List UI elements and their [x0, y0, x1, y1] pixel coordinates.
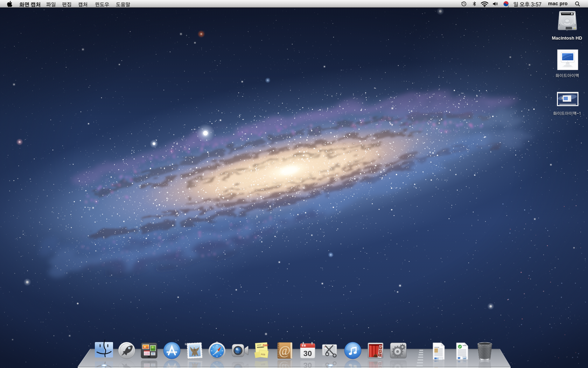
svg-text:30: 30	[303, 349, 312, 358]
svg-text:@: @	[279, 343, 290, 357]
svg-text:2: 2	[507, 5, 509, 7]
